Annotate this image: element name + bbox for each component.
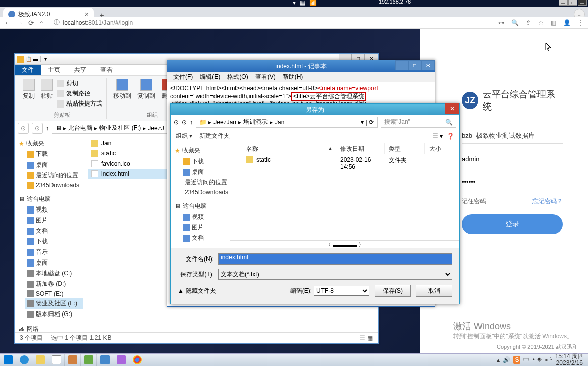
menu-help[interactable]: 帮助(H) [280,73,306,81]
tree-music[interactable]: 音乐 [25,247,83,257]
ribbon-tab-file[interactable]: 文件 [15,65,41,75]
tree-ddisk[interactable]: 新加卷 (D:) [25,279,83,289]
taskbar-app4[interactable] [113,354,129,367]
tree-downloads2[interactable]: 下载 [25,236,83,247]
ribbon-tab-share[interactable]: 共享 [67,65,93,75]
hide-folders-toggle[interactable]: ▲隐藏文件夹 [178,287,216,295]
col-size[interactable]: 大小 [425,143,459,154]
tray-ime[interactable]: S [513,356,520,364]
taskbar-app1[interactable] [65,354,81,367]
taskbar-ie[interactable] [16,354,32,367]
notepad-maximize[interactable]: □ [408,60,421,70]
col-type[interactable]: 类型 [385,143,425,154]
tree-edisk[interactable]: SOFT (E:) [25,289,83,298]
paste-button[interactable]: 粘贴 [39,78,55,110]
exp-up[interactable]: ↑ [46,125,49,132]
login-button[interactable]: 登录 [462,214,563,234]
tree-video[interactable]: 视频 [25,204,83,215]
key-icon[interactable]: ⊶ [498,19,504,26]
remote-maximize[interactable]: □ [568,0,577,6]
tree-pictures[interactable]: 图片 [25,215,83,226]
save-search[interactable]: 搜索"Jan"🔍 [381,117,456,128]
save-file-list[interactable]: 名称 ▴ 修改日期 类型 大小 static 2023-02-16 14:56 … [230,143,459,248]
taskbar-app2[interactable] [81,354,97,367]
new-folder-button[interactable]: 新建文件夹 [199,132,230,140]
view-icons-icon[interactable]: ▦ [367,335,373,342]
view-button[interactable]: ☰ ▾ [433,133,443,140]
tree-network[interactable]: 🖧网络 [17,324,83,332]
menu-view[interactable]: 查看(V) [252,73,279,81]
reload-button[interactable]: ⟳ [28,19,34,27]
remote-close[interactable]: — [578,0,587,6]
zoom-icon[interactable]: 🔍 [511,19,519,26]
remember-checkbox[interactable]: 记住密码 [462,197,486,206]
save-up[interactable]: ↑ [190,119,193,126]
cut-button[interactable]: 剪切 [57,79,102,88]
profile-icon[interactable]: 👤 [563,19,571,26]
save-breadcrumb[interactable]: 📁 ▸JeezJan▸培训演示▸Jan ▾ | ⟳ [196,117,378,128]
exp-back[interactable]: ⊙ [18,123,29,134]
save-titlebar[interactable]: 另存为 ✕ [171,104,459,115]
save-button[interactable]: 保存(S) [375,285,411,297]
tree-2345[interactable]: 2345Downloads [25,181,83,190]
copy-path-button[interactable]: 复制路径 [57,89,102,98]
notepad-titlebar[interactable]: index.html - 记事本 — □ ✕ [167,60,435,72]
system-tray[interactable]: ▴ 🔊 S 中 • ⛯ ▥ ⚐ 15:14 周四2023/2/16 [493,353,588,366]
tree-desktop2[interactable]: 桌面 [25,257,83,268]
tree-fdisk[interactable]: 物业及社区 (F:) [25,298,83,309]
forward-button[interactable]: → [16,19,23,27]
menu-icon[interactable]: ⋮ [578,19,584,26]
forgot-link[interactable]: 忘记密码？ [532,197,563,206]
ribbon-tab-view[interactable]: 查看 [93,65,120,75]
tray-icon[interactable]: ▴ [497,356,500,363]
taskbar-explorer[interactable] [32,354,48,367]
panel-icon[interactable]: ▥ [551,19,556,26]
back-button[interactable]: ← [4,19,11,27]
taskbar-chrome[interactable] [129,354,145,367]
copy-button[interactable]: 复制 [21,78,37,110]
tray-speaker-icon[interactable]: 🔊 [503,356,510,363]
filetype-select[interactable]: 文本文档(*.txt) [218,269,452,280]
taskbar-notepad[interactable] [48,354,65,367]
tree-documents[interactable]: 文档 [25,226,83,236]
save-close-button[interactable]: ✕ [445,103,459,114]
username-input[interactable] [462,151,563,167]
tree-gdisk[interactable]: 版本归档 (G:) [25,309,83,320]
menu-file[interactable]: 文件(F) [170,73,196,81]
save-back[interactable]: ⊙ [174,119,179,126]
organize-button[interactable]: 组织 ▾ [176,132,192,140]
tree-desktop[interactable]: 桌面 [25,160,83,170]
help-icon[interactable]: ❓ [447,133,454,140]
share-icon[interactable]: ⇪ [526,19,531,26]
url-input[interactable]: ⓘ localhost:8011/Jan/#/login [48,18,493,27]
paste-shortcut-button[interactable]: 粘贴快捷方式 [57,99,102,109]
tree-cdisk[interactable]: 本地磁盘 (C:) [25,268,83,279]
menu-format[interactable]: 格式(O) [224,73,251,81]
save-row-static[interactable]: static 2023-02-16 14:56 文件夹 [230,154,459,172]
filename-input[interactable]: index.html [218,253,452,265]
tree-downloads[interactable]: 下载 [25,149,83,160]
home-button[interactable]: ⌂ [39,19,43,27]
save-tree[interactable]: ★收藏夹 下载 桌面 最近访问的位置 2345Downloads 🖥这台电脑 视… [171,143,230,248]
tree-thispc[interactable]: 🖥这台电脑 [17,194,83,204]
tree-recent[interactable]: 最近访问的位置 [25,170,83,181]
view-details-icon[interactable]: ☰ [360,335,365,342]
start-button[interactable] [0,354,16,367]
site-info-icon[interactable]: ⓘ [54,18,60,27]
moveto-button[interactable]: 移动到 [111,78,133,110]
db-select[interactable] [462,128,563,144]
notepad-minimize[interactable]: — [395,60,408,70]
encoding-select[interactable]: UTF-8 [314,286,369,296]
taskbar-app3[interactable] [97,354,113,367]
remote-minimize[interactable]: — [559,0,568,6]
taskbar-clock[interactable]: 15:14 周四2023/2/16 [555,353,584,366]
ribbon-tab-home[interactable]: 主页 [41,65,67,75]
copyto-button[interactable]: 复制到 [135,78,157,110]
save-fwd[interactable]: ⊙ [182,119,187,126]
explorer-tree[interactable]: ★收藏夹 下载 桌面 最近访问的位置 2345Downloads 🖥这台电脑 视… [15,135,85,332]
cancel-button[interactable]: 取消 [416,285,452,297]
tray-ime-lang[interactable]: 中 [523,356,529,364]
col-name[interactable]: 名称 ▴ [242,143,336,154]
tree-favorites[interactable]: ★收藏夹 [17,138,83,149]
notepad-close[interactable]: ✕ [421,60,435,70]
